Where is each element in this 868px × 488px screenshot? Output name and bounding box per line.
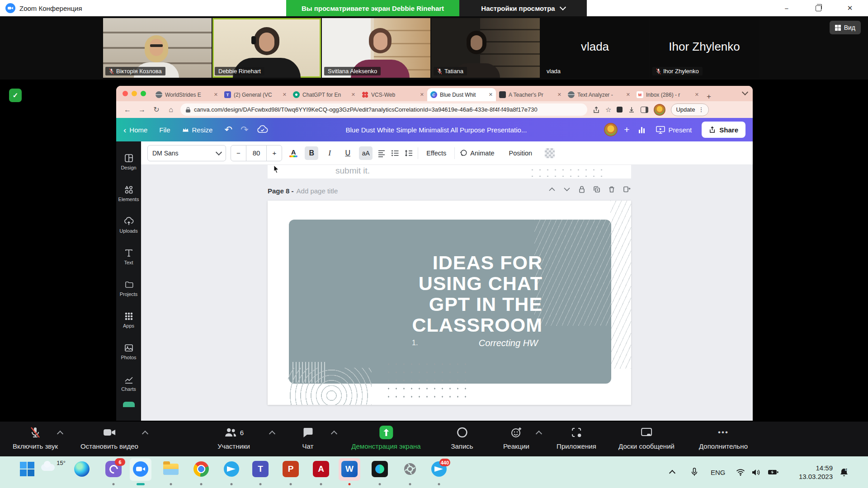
taskbar-settings[interactable] bbox=[401, 460, 420, 479]
sidebar-item-photos[interactable]: Photos bbox=[116, 336, 141, 367]
more-button[interactable]: ••• Дополнительно bbox=[699, 426, 748, 450]
taskbar-teams[interactable]: T bbox=[251, 460, 270, 479]
tab-canva-active[interactable]: C Blue Dust Whit ✕ bbox=[427, 88, 496, 101]
start-button[interactable] bbox=[18, 460, 37, 479]
extension-icon[interactable] bbox=[617, 107, 623, 113]
weather-widget[interactable]: 15° bbox=[40, 460, 66, 479]
video-tile-svitlana[interactable]: Svitlana Aleksenko bbox=[322, 18, 430, 78]
slide-page[interactable]: IDEAS FOR USING CHAT GPT IN THE CLASSROO… bbox=[268, 201, 631, 405]
taskbar-edge[interactable] bbox=[72, 460, 91, 479]
sidebar-item-uploads[interactable]: Uploads bbox=[116, 209, 141, 241]
forward-button[interactable]: → bbox=[135, 106, 149, 114]
sidebar-item-projects[interactable]: Projects bbox=[116, 272, 141, 304]
taskbar-zoom[interactable] bbox=[131, 460, 150, 479]
tab-worldstrides[interactable]: WorldStrides E ✕ bbox=[152, 88, 221, 101]
redo-button[interactable]: ↷ bbox=[241, 124, 249, 135]
slide-list-number[interactable]: 1. bbox=[412, 339, 418, 347]
restore-button[interactable] bbox=[806, 0, 831, 16]
slide-list-item[interactable]: Correcting HW bbox=[479, 338, 538, 348]
home-nav-button[interactable]: ‹ Home bbox=[123, 126, 147, 134]
tab-close-icon[interactable]: ✕ bbox=[283, 92, 287, 98]
mac-zoom-button[interactable] bbox=[141, 91, 146, 96]
share-screen-button[interactable]: Демонстрация экрана bbox=[351, 426, 420, 450]
effects-button[interactable]: Effects bbox=[423, 150, 450, 157]
participants-button[interactable]: 6 Участники bbox=[217, 426, 250, 450]
position-button[interactable]: Position bbox=[505, 150, 536, 157]
tab-chatgpt[interactable]: ChatGPT for En ✕ bbox=[290, 88, 359, 101]
tab-teachers-prompt[interactable]: A Teacher's Pr ✕ bbox=[496, 88, 565, 101]
uppercase-button[interactable]: aA bbox=[359, 146, 373, 160]
taskbar-powerpoint[interactable]: P bbox=[281, 460, 300, 479]
tab-close-icon[interactable]: ✕ bbox=[626, 92, 630, 98]
present-button[interactable]: Present bbox=[656, 125, 692, 134]
line-spacing-button[interactable] bbox=[404, 149, 413, 158]
move-page-up-button[interactable] bbox=[547, 185, 557, 194]
security-shield-icon[interactable]: ✓ bbox=[9, 89, 22, 102]
back-button[interactable]: ← bbox=[121, 106, 134, 114]
animate-button[interactable]: Animate bbox=[459, 149, 494, 157]
tab-close-icon[interactable]: ✕ bbox=[557, 92, 561, 98]
tray-clock[interactable]: 14:59 13.03.2023 bbox=[790, 464, 833, 481]
undo-button[interactable]: ↶ bbox=[224, 124, 232, 135]
sidebar-item-text[interactable]: Text bbox=[116, 241, 141, 272]
participants-options-chevron[interactable] bbox=[269, 431, 275, 437]
video-options-chevron[interactable] bbox=[142, 431, 148, 437]
taskbar-acrobat[interactable]: A bbox=[311, 460, 330, 479]
chat-button[interactable]: Чат bbox=[302, 426, 314, 450]
previous-page-partial[interactable]: submit it. bbox=[268, 165, 631, 178]
canva-avatar[interactable] bbox=[604, 123, 618, 136]
move-page-down-button[interactable] bbox=[562, 185, 571, 194]
whiteboards-button[interactable]: Доски сообщений bbox=[618, 426, 675, 450]
unmute-button[interactable]: Включить звук bbox=[13, 426, 58, 450]
add-member-button[interactable]: + bbox=[624, 124, 629, 135]
tab-teams-general[interactable]: T (2) General (VC ✕ bbox=[221, 88, 290, 101]
taskbar-explorer[interactable] bbox=[161, 460, 180, 479]
taskbar-chrome[interactable] bbox=[192, 460, 211, 479]
mac-close-button[interactable] bbox=[123, 91, 128, 96]
profile-avatar[interactable] bbox=[654, 104, 665, 116]
slide-card[interactable]: IDEAS FOR USING CHAT GPT IN THE CLASSROO… bbox=[289, 220, 611, 384]
new-tab-button[interactable]: + bbox=[707, 92, 711, 101]
italic-button[interactable]: I bbox=[323, 146, 336, 160]
mac-minimize-button[interactable] bbox=[132, 91, 137, 96]
address-bar[interactable]: canva.com/design/DAFcwbxd98l/T0wq6YYI9Ke… bbox=[180, 103, 587, 116]
duplicate-page-button[interactable] bbox=[592, 185, 601, 194]
font-family-select[interactable]: DM Sans bbox=[147, 145, 226, 161]
lock-page-button[interactable] bbox=[577, 185, 586, 194]
view-settings-dropdown[interactable]: Настройки просмотра bbox=[459, 0, 587, 16]
text-color-button[interactable]: A bbox=[287, 149, 300, 157]
download-icon[interactable] bbox=[628, 106, 635, 113]
taskbar-webex[interactable] bbox=[370, 460, 389, 479]
view-mode-button[interactable]: Вид bbox=[830, 21, 861, 34]
reload-button[interactable]: ↻ bbox=[150, 105, 163, 114]
font-size-value[interactable]: 80 bbox=[246, 145, 267, 161]
bold-button[interactable]: B bbox=[305, 146, 318, 160]
taskbar-word[interactable]: W bbox=[340, 460, 359, 479]
tray-volume[interactable] bbox=[751, 456, 760, 488]
delete-page-button[interactable] bbox=[607, 185, 616, 194]
taskbar-telegram[interactable] bbox=[222, 460, 241, 479]
align-button[interactable] bbox=[377, 149, 386, 158]
stop-video-button[interactable]: Остановить видео bbox=[80, 426, 138, 450]
share-button[interactable]: Share bbox=[702, 122, 745, 138]
insights-icon[interactable] bbox=[639, 126, 645, 133]
font-size-increase[interactable]: + bbox=[267, 145, 282, 161]
slide-title[interactable]: IDEAS FOR USING CHAT GPT IN THE CLASSROO… bbox=[412, 252, 543, 335]
bullet-list-button[interactable] bbox=[391, 149, 400, 158]
page-title-placeholder[interactable]: Add page title bbox=[297, 187, 338, 195]
tab-close-icon[interactable]: ✕ bbox=[420, 92, 424, 98]
kebab-menu-icon[interactable]: ⋮ bbox=[698, 106, 704, 113]
tab-close-icon[interactable]: ✕ bbox=[489, 92, 493, 98]
video-tile-tatiana[interactable]: Tatiana bbox=[431, 18, 540, 78]
chrome-update-button[interactable]: Update ⋮ bbox=[671, 103, 709, 116]
tray-notifications[interactable]: z bbox=[839, 456, 849, 488]
design-title[interactable]: Blue Dust White Simple Minimalist All Pu… bbox=[269, 126, 604, 134]
reactions-options-chevron[interactable] bbox=[536, 431, 542, 437]
tray-show-hidden[interactable] bbox=[670, 456, 675, 488]
taskbar-viber[interactable]: 6 bbox=[104, 460, 123, 479]
font-size-decrease[interactable]: − bbox=[231, 145, 246, 161]
sidebar-item-charts[interactable]: Charts bbox=[116, 367, 141, 399]
tab-text-analyzer[interactable]: Text Analyzer - ✕ bbox=[565, 88, 633, 101]
share-page-icon[interactable] bbox=[593, 106, 600, 113]
record-button[interactable]: Запись bbox=[451, 426, 473, 450]
